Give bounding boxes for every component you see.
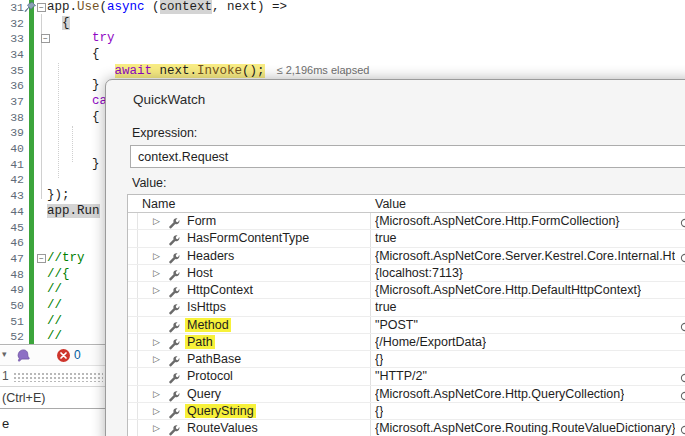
row-value: "HTTP/2" bbox=[375, 369, 427, 383]
code-token: }); bbox=[47, 188, 70, 202]
code-line[interactable]: // bbox=[47, 314, 62, 330]
watch-row-path[interactable]: ▷Path{/Home/ExportData} bbox=[128, 334, 685, 351]
fold-collapse-icon[interactable]: − bbox=[41, 34, 50, 43]
expand-chevron-icon[interactable]: ▷ bbox=[153, 406, 160, 416]
property-wrench-icon bbox=[168, 406, 180, 418]
property-wrench-icon bbox=[168, 320, 180, 332]
expand-chevron-icon[interactable]: ▷ bbox=[153, 354, 160, 364]
watch-row-pathbase[interactable]: ▷PathBase{} bbox=[128, 351, 685, 368]
line-number: 39 bbox=[0, 125, 24, 141]
code-line[interactable]: } bbox=[47, 78, 100, 94]
row-value: {Microsoft.AspNetCore.Server.Kestrel.Cor… bbox=[375, 249, 675, 263]
watch-value-grid[interactable]: Name Value ▷Form{Microsoft.AspNetCore.Ht… bbox=[127, 194, 685, 436]
code-line[interactable]: } bbox=[47, 157, 100, 173]
code-line[interactable]: { bbox=[47, 110, 100, 126]
pin-icon[interactable] bbox=[23, 1, 38, 15]
row-value: true bbox=[375, 231, 397, 245]
code-token: } bbox=[47, 157, 100, 171]
row-value: {/Home/ExportData} bbox=[375, 335, 486, 349]
watch-row-querystring[interactable]: ▷QueryString{} bbox=[128, 403, 685, 420]
line-number: 38 bbox=[0, 110, 24, 126]
expand-chevron-icon[interactable]: ▷ bbox=[153, 337, 160, 347]
magnifier-visualizer-icon[interactable] bbox=[680, 216, 685, 228]
code-line[interactable]: app.Run bbox=[47, 204, 100, 220]
code-token: { bbox=[62, 16, 70, 30]
line-number: 46 bbox=[0, 235, 24, 251]
watch-row-method[interactable]: Method"POST" bbox=[128, 317, 685, 334]
expand-chevron-icon[interactable]: ▷ bbox=[153, 216, 160, 226]
code-line[interactable]: //try bbox=[47, 251, 85, 267]
row-name: Query bbox=[187, 387, 221, 401]
code-token bbox=[47, 16, 62, 30]
search-box-fragment[interactable]: (Ctrl+E) bbox=[0, 388, 106, 409]
line-number: 35 bbox=[0, 63, 24, 79]
column-header-value[interactable]: Value bbox=[375, 197, 406, 211]
error-badge-icon[interactable] bbox=[57, 349, 70, 362]
property-wrench-icon bbox=[168, 216, 180, 228]
magnifier-visualizer-icon[interactable] bbox=[680, 251, 685, 263]
code-token: { bbox=[47, 110, 100, 124]
column-header-name[interactable]: Name bbox=[142, 197, 175, 211]
grip-tab-number: 1 bbox=[2, 369, 9, 383]
line-number: 45 bbox=[0, 220, 24, 236]
watch-row-hasformcontenttype[interactable]: HasFormContentTypetrue bbox=[128, 230, 685, 247]
drag-grip-dots[interactable] bbox=[13, 372, 103, 382]
magnifier-visualizer-icon[interactable] bbox=[680, 320, 685, 332]
line-number: 40 bbox=[0, 141, 24, 157]
row-name: Protocol bbox=[187, 369, 233, 383]
code-line[interactable]: try bbox=[47, 31, 115, 47]
code-line[interactable]: }); bbox=[47, 188, 70, 204]
watch-row-protocol[interactable]: Protocol"HTTP/2" bbox=[128, 368, 685, 385]
code-line[interactable]: //{ bbox=[47, 267, 70, 283]
code-token: ( bbox=[100, 0, 108, 14]
code-token: // bbox=[47, 329, 62, 343]
watch-row-host[interactable]: ▷Host{localhost:7113} bbox=[128, 265, 685, 282]
code-line[interactable]: // bbox=[47, 329, 62, 345]
watch-row-ishttps[interactable]: IsHttpstrue bbox=[128, 299, 685, 316]
expand-chevron-icon[interactable]: ▷ bbox=[153, 423, 160, 433]
code-line[interactable]: { bbox=[47, 47, 100, 63]
row-name: HttpContext bbox=[187, 283, 253, 297]
expand-chevron-icon[interactable]: ▷ bbox=[153, 268, 160, 278]
fold-collapse-icon[interactable]: − bbox=[37, 3, 46, 12]
occluded-content-row: e bbox=[0, 410, 106, 436]
window-grip-row[interactable]: 1 bbox=[0, 367, 106, 387]
watch-row-httpcontext[interactable]: ▷HttpContext{Microsoft.AspNetCore.Http.D… bbox=[128, 282, 685, 299]
mini-toolbar: ▾ 0 bbox=[0, 346, 106, 366]
property-wrench-icon bbox=[168, 251, 180, 263]
row-name: Host bbox=[187, 266, 213, 280]
code-line[interactable]: // bbox=[47, 298, 62, 314]
code-line[interactable]: // bbox=[47, 282, 62, 298]
row-name: PathBase bbox=[187, 352, 241, 366]
expression-input[interactable] bbox=[130, 145, 685, 168]
expand-chevron-icon[interactable]: ▷ bbox=[153, 389, 160, 399]
magnifier-visualizer-icon[interactable] bbox=[680, 423, 685, 435]
expand-chevron-icon[interactable]: ▷ bbox=[153, 285, 160, 295]
expand-chevron-icon[interactable]: ▷ bbox=[153, 251, 160, 261]
watch-row-headers[interactable]: ▷Headers{Microsoft.AspNetCore.Server.Kes… bbox=[128, 248, 685, 265]
row-value: {Microsoft.AspNetCore.Http.FormCollectio… bbox=[375, 214, 620, 228]
line-number: 44 bbox=[0, 204, 24, 220]
code-line[interactable]: { bbox=[47, 16, 70, 32]
fold-collapse-icon[interactable]: − bbox=[37, 254, 46, 263]
line-number: 41 bbox=[0, 157, 24, 173]
notification-bell-icon[interactable] bbox=[16, 348, 31, 363]
code-token bbox=[47, 31, 92, 45]
code-line[interactable]: app.Use(async (context, next) => bbox=[47, 0, 287, 16]
row-name: Headers bbox=[187, 249, 234, 263]
magnifier-visualizer-icon[interactable] bbox=[680, 371, 685, 383]
perf-tip[interactable]: ≤ 2,196ms elapsed bbox=[277, 64, 370, 76]
bottom-panel-fragment: ▾ 0 1 (Ctrl+E) e bbox=[0, 344, 106, 436]
magnifier-visualizer-icon[interactable] bbox=[680, 389, 685, 401]
quickwatch-dialog: QuickWatch Expression: Value: Name Value… bbox=[105, 79, 685, 436]
watch-row-query[interactable]: ▷Query{Microsoft.AspNetCore.Http.QueryCo… bbox=[128, 386, 685, 403]
code-line[interactable]: await next.Invoke();≤ 2,196ms elapsed bbox=[47, 63, 369, 80]
watch-row-routevalues[interactable]: ▷RouteValues{Microsoft.AspNetCore.Routin… bbox=[128, 420, 685, 436]
property-wrench-icon bbox=[168, 233, 180, 245]
line-number: 49 bbox=[0, 282, 24, 298]
watch-row-form[interactable]: ▷Form{Microsoft.AspNetCore.Http.FormColl… bbox=[128, 213, 685, 230]
dropdown-arrow-icon[interactable]: ▾ bbox=[2, 349, 7, 359]
occluded-text: e bbox=[2, 416, 9, 431]
code-token: // bbox=[47, 298, 62, 312]
code-token: , next) => bbox=[212, 0, 287, 14]
